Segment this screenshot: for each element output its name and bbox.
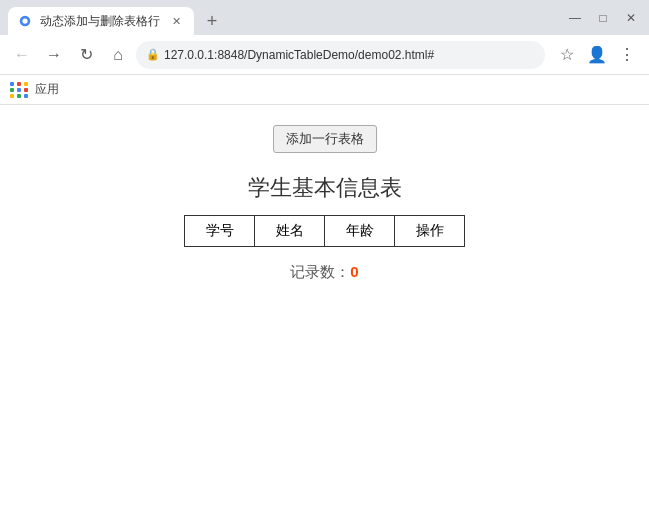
home-button[interactable]: ⌂ [104, 41, 132, 69]
maximize-button[interactable]: □ [593, 11, 613, 25]
record-label: 记录数： [290, 263, 350, 280]
url-display: 127.0.0.1:8848/DynamicTableDemo/demo02.h… [164, 48, 535, 62]
active-tab[interactable]: 动态添加与删除表格行 ✕ [8, 7, 194, 35]
table-header-row: 学号 姓名 年龄 操作 [185, 216, 465, 247]
bookmarks-bar: 应用 [0, 75, 649, 105]
add-row-button[interactable]: 添加一行表格 [273, 125, 377, 153]
close-button[interactable]: ✕ [621, 11, 641, 25]
table-title: 学生基本信息表 [248, 173, 402, 203]
apps-grid-icon [10, 82, 29, 98]
page-content: 添加一行表格 学生基本信息表 学号 姓名 年龄 操作 记录数：0 [0, 105, 649, 525]
nav-right-buttons: ☆ 👤 ⋮ [553, 41, 641, 69]
window-controls: — □ ✕ [565, 11, 641, 25]
back-button[interactable]: ← [8, 41, 36, 69]
lock-icon: 🔒 [146, 48, 160, 61]
tab-title: 动态添加与删除表格行 [40, 13, 160, 30]
record-count-display: 记录数：0 [290, 263, 358, 282]
forward-button[interactable]: → [40, 41, 68, 69]
col-id: 学号 [185, 216, 255, 247]
more-button[interactable]: ⋮ [613, 41, 641, 69]
nav-bar: ← → ↻ ⌂ 🔒 127.0.0.1:8848/DynamicTableDem… [0, 35, 649, 75]
apps-label: 应用 [35, 81, 59, 98]
new-tab-button[interactable]: + [198, 7, 226, 35]
tab-close-button[interactable]: ✕ [168, 13, 184, 29]
add-row-button-container: 添加一行表格 [273, 125, 377, 173]
minimize-button[interactable]: — [565, 11, 585, 25]
reload-button[interactable]: ↻ [72, 41, 100, 69]
tab-bar: 动态添加与删除表格行 ✕ + [8, 0, 561, 35]
tab-favicon [18, 14, 32, 28]
bookmark-button[interactable]: ☆ [553, 41, 581, 69]
svg-point-1 [22, 18, 27, 23]
account-button[interactable]: 👤 [583, 41, 611, 69]
address-bar[interactable]: 🔒 127.0.0.1:8848/DynamicTableDemo/demo02… [136, 41, 545, 69]
title-bar: 动态添加与删除表格行 ✕ + — □ ✕ [0, 0, 649, 35]
col-name: 姓名 [255, 216, 325, 247]
table-header: 学号 姓名 年龄 操作 [185, 216, 465, 247]
student-table: 学号 姓名 年龄 操作 [184, 215, 465, 247]
record-count-value: 0 [350, 263, 358, 280]
browser-frame: 动态添加与删除表格行 ✕ + — □ ✕ ← → ↻ ⌂ 🔒 127.0.0.1… [0, 0, 649, 525]
col-age: 年龄 [325, 216, 395, 247]
col-action: 操作 [395, 216, 465, 247]
apps-button[interactable]: 应用 [10, 81, 59, 98]
